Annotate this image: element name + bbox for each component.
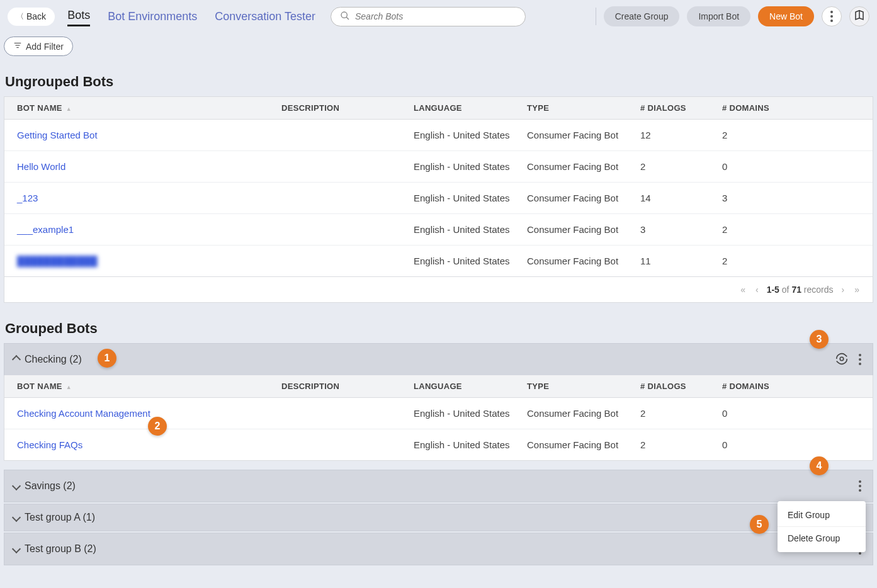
page-next-icon[interactable]: ›: [840, 285, 847, 295]
cell-domains: 0: [722, 408, 860, 419]
svg-point-6: [840, 357, 844, 361]
tab-bots[interactable]: Bots: [67, 6, 90, 26]
group-header-test-a[interactable]: Test group A (1): [4, 504, 873, 531]
search-input[interactable]: [355, 11, 516, 21]
book-icon: [854, 10, 865, 23]
col-dialogs[interactable]: # DIALOGS: [640, 103, 722, 113]
group-label: Savings (2): [25, 480, 76, 492]
ungrouped-title: Ungrouped Bots: [0, 56, 877, 96]
bot-link[interactable]: _123: [17, 193, 38, 203]
nav-tabs: Bots Bot Environments Conversation Teste…: [67, 6, 315, 26]
callout-badge-4: 4: [810, 456, 829, 475]
top-header: 〈 Back Bots Bot Environments Conversatio…: [0, 0, 877, 33]
bot-link[interactable]: Checking Account Management: [17, 408, 150, 419]
page-total: 71: [791, 285, 801, 295]
bot-link[interactable]: Getting Started Bot: [17, 130, 98, 140]
divider: [596, 8, 596, 25]
col-domains[interactable]: # DOMAINS: [722, 382, 860, 391]
group-context-menu: Edit Group Delete Group: [778, 501, 866, 552]
col-domains[interactable]: # DOMAINS: [722, 103, 860, 113]
callout-badge-5: 5: [750, 515, 769, 534]
svg-point-0: [341, 12, 347, 18]
bot-link[interactable]: ___example1: [17, 224, 74, 235]
col-type[interactable]: TYPE: [527, 103, 640, 113]
col-dialogs[interactable]: # DIALOGS: [640, 382, 722, 391]
group-label: Checking (2): [25, 354, 82, 365]
bot-link-redacted: ████████████: [17, 256, 98, 266]
menu-edit-group[interactable]: Edit Group: [778, 504, 866, 527]
cell-type: Consumer Facing Bot: [527, 224, 640, 235]
more-menu-button[interactable]: [822, 6, 842, 26]
cell-type: Consumer Facing Bot: [527, 408, 640, 419]
menu-delete-group[interactable]: Delete Group: [778, 527, 866, 550]
page-of: of: [782, 285, 789, 295]
cell-lang: English - United States: [414, 161, 527, 172]
cell-domains: 2: [722, 224, 860, 235]
table-row: ████████████ English - United States Con…: [4, 246, 873, 276]
group-label: Test group A (1): [25, 512, 95, 523]
create-group-button[interactable]: Create Group: [604, 6, 680, 26]
add-filter-button[interactable]: Add Filter: [4, 37, 73, 56]
filter-bar: Add Filter: [0, 33, 877, 56]
table-header: BOT NAME▲ DESCRIPTION LANGUAGE TYPE # DI…: [4, 375, 873, 398]
table-row: Hello World English - United States Cons…: [4, 151, 873, 183]
cell-type: Consumer Facing Bot: [527, 439, 640, 450]
cell-domains: 2: [722, 130, 860, 140]
tab-conversation-tester[interactable]: Conversation Tester: [215, 8, 315, 26]
callout-badge-3: 3: [810, 330, 829, 349]
table-header: BOT NAME▲ DESCRIPTION LANGUAGE TYPE # DI…: [4, 97, 873, 120]
grouped-title: Grouped Bots: [0, 303, 877, 343]
group-menu-button[interactable]: [856, 478, 864, 494]
col-description[interactable]: DESCRIPTION: [281, 382, 414, 391]
col-language[interactable]: LANGUAGE: [414, 382, 527, 391]
bot-cycle-icon[interactable]: [835, 352, 849, 368]
cell-dialogs: 2: [640, 439, 722, 450]
cell-lang: English - United States: [414, 256, 527, 266]
cell-lang: English - United States: [414, 130, 527, 140]
docs-button[interactable]: [849, 6, 869, 26]
group-table-checking: BOT NAME▲ DESCRIPTION LANGUAGE TYPE # DI…: [4, 375, 873, 461]
back-button[interactable]: 〈 Back: [8, 8, 55, 26]
group-header-checking[interactable]: Checking (2) 1 3: [4, 343, 873, 375]
page-last-icon[interactable]: »: [852, 285, 861, 295]
new-bot-button[interactable]: New Bot: [758, 6, 814, 26]
cell-lang: English - United States: [414, 439, 527, 450]
page-prev-icon[interactable]: ‹: [754, 285, 761, 295]
cell-type: Consumer Facing Bot: [527, 161, 640, 172]
group-header-test-b[interactable]: Test group B (2): [4, 533, 873, 565]
col-language[interactable]: LANGUAGE: [414, 103, 527, 113]
page-range: 1-5: [767, 285, 779, 295]
search-icon: [340, 11, 350, 23]
back-label: Back: [26, 11, 46, 21]
cell-domains: 0: [722, 161, 860, 172]
import-bot-button[interactable]: Import Bot: [687, 6, 750, 26]
callout-badge-1: 1: [98, 349, 116, 368]
svg-rect-4: [16, 45, 20, 45]
cell-lang: English - United States: [414, 408, 527, 419]
vertical-dots-icon: [828, 8, 835, 25]
bot-link[interactable]: Checking FAQs: [17, 439, 82, 450]
cell-domains: 2: [722, 256, 860, 266]
col-type[interactable]: TYPE: [527, 382, 640, 391]
chevron-down-icon: [12, 513, 21, 522]
cell-dialogs: 3: [640, 224, 722, 235]
tab-environments[interactable]: Bot Environments: [108, 8, 197, 26]
page-first-icon[interactable]: «: [738, 285, 747, 295]
chevron-left-icon: 〈: [16, 11, 24, 22]
col-bot-name[interactable]: BOT NAME: [17, 103, 62, 113]
group-header-savings[interactable]: Savings (2) 4: [4, 470, 873, 502]
table-row: Checking FAQs English - United States Co…: [4, 429, 873, 460]
sort-icon: ▲: [66, 384, 72, 390]
table-row: Checking Account Management English - Un…: [4, 398, 873, 429]
cell-domains: 0: [722, 439, 860, 450]
cell-lang: English - United States: [414, 224, 527, 235]
col-bot-name[interactable]: BOT NAME: [17, 382, 62, 391]
search-field[interactable]: [331, 7, 526, 26]
chevron-up-icon: [12, 355, 21, 364]
cell-lang: English - United States: [414, 193, 527, 203]
group-menu-button[interactable]: [856, 351, 864, 368]
ungrouped-table: BOT NAME▲ DESCRIPTION LANGUAGE TYPE # DI…: [4, 96, 873, 277]
bot-link[interactable]: Hello World: [17, 161, 65, 172]
col-description[interactable]: DESCRIPTION: [281, 103, 414, 113]
table-row: _123 English - United States Consumer Fa…: [4, 183, 873, 214]
